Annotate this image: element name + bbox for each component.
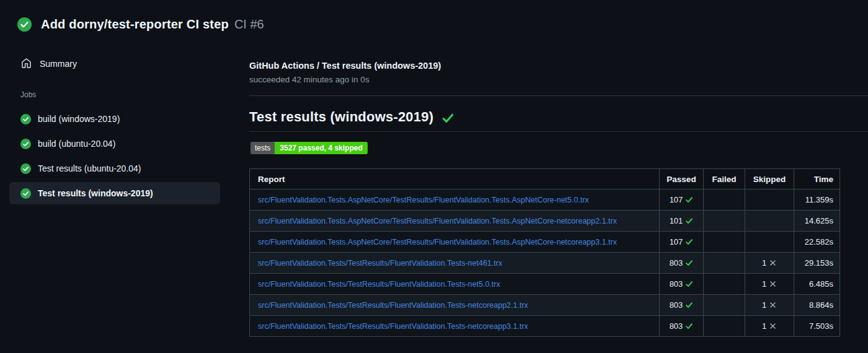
run-number: CI #6	[234, 17, 264, 32]
run-title: Add dorny/test-reporter CI step	[41, 17, 229, 32]
failed-cell	[704, 232, 745, 253]
job-label: Test results (windows-2019)	[38, 188, 153, 198]
job-label: build (ubuntu-20.04)	[38, 139, 115, 149]
column-header-report: Report	[250, 169, 660, 190]
table-row: src/FluentValidation.Tests/TestResults/F…	[250, 253, 840, 274]
table-row: src/FluentValidation.Tests.AspNetCore/Te…	[250, 190, 840, 211]
skipped-cell	[745, 232, 794, 253]
check-circle-icon	[20, 163, 31, 174]
check-icon	[685, 259, 693, 267]
section-heading: Test results (windows-2019)	[249, 109, 454, 125]
run-header: Add dorny/test-reporter CI step CI #6	[17, 17, 264, 32]
passed-cell: 803	[660, 316, 704, 337]
jobs-section-label: Jobs	[20, 90, 36, 99]
report-link[interactable]: src/FluentValidation.Tests.AspNetCore/Te…	[258, 238, 617, 246]
sidebar-job-test-results-windows-2019-[interactable]: Test results (windows-2019)	[9, 182, 220, 204]
summary-label: Summary	[40, 59, 77, 69]
check-icon	[685, 280, 693, 288]
passed-cell: 101	[660, 211, 704, 232]
report-link[interactable]: src/FluentValidation.Tests.AspNetCore/Te…	[258, 196, 589, 204]
report-link[interactable]: src/FluentValidation.Tests/TestResults/F…	[258, 322, 528, 331]
passed-cell: 803	[660, 253, 704, 274]
table-body: src/FluentValidation.Tests.AspNetCore/Te…	[250, 190, 840, 337]
passed-count: 803	[670, 300, 683, 310]
report-link[interactable]: src/FluentValidation.Tests/TestResults/F…	[258, 301, 528, 310]
check-icon	[685, 238, 693, 246]
column-header-passed: Passed	[660, 169, 704, 190]
report-link[interactable]: src/FluentValidation.Tests.AspNetCore/Te…	[258, 217, 617, 225]
column-header-time: Time	[794, 169, 840, 190]
check-icon	[685, 301, 693, 309]
failed-cell	[704, 253, 745, 274]
skipped-cell: 1	[745, 253, 794, 274]
x-icon	[769, 280, 777, 288]
check-icon	[685, 322, 693, 330]
check-icon	[685, 196, 693, 204]
passed-cell: 107	[660, 232, 704, 253]
home-icon	[21, 58, 32, 69]
passed-count: 101	[670, 216, 683, 225]
passed-cell: 107	[660, 190, 704, 211]
skipped-cell: 1	[745, 274, 794, 295]
time-cell: 7.503s	[794, 316, 840, 337]
x-icon	[769, 259, 777, 267]
test-results-table: Report Passed Failed Skipped Time src/Fl…	[249, 168, 840, 337]
section-title: Test results (windows-2019)	[249, 109, 433, 125]
table-row: src/FluentValidation.Tests.AspNetCore/Te…	[250, 211, 840, 232]
check-circle-icon	[20, 114, 31, 124]
skipped-cell: 1	[745, 295, 794, 316]
failed-cell	[704, 316, 745, 337]
success-check-icon	[441, 111, 454, 124]
passed-count: 107	[670, 195, 683, 204]
report-link[interactable]: src/FluentValidation.Tests/TestResults/F…	[258, 259, 502, 268]
badge-label: tests	[250, 142, 275, 154]
workflow-run-page: Add dorny/test-reporter CI step CI #6 Su…	[0, 0, 868, 353]
time-cell: 14.625s	[794, 211, 840, 232]
sidebar-job-build-windows-2019-[interactable]: build (windows-2019)	[9, 108, 220, 130]
skipped-cell	[745, 211, 794, 232]
sidebar-job-test-results-ubuntu-20-04-[interactable]: Test results (ubuntu-20.04)	[9, 157, 220, 180]
column-header-skipped: Skipped	[745, 169, 794, 190]
skipped-count: 1	[762, 258, 766, 268]
time-cell: 22.582s	[794, 232, 840, 253]
skipped-count: 1	[762, 321, 766, 331]
check-circle-icon	[17, 17, 32, 32]
failed-cell	[704, 190, 745, 211]
time-cell: 8.864s	[794, 295, 840, 316]
jobs-list: build (windows-2019) build (ubuntu-20.04…	[9, 108, 220, 207]
sidebar-item-summary[interactable]: Summary	[12, 53, 86, 74]
passed-count: 803	[670, 321, 683, 331]
column-header-failed: Failed	[704, 169, 745, 190]
passed-count: 803	[670, 258, 683, 268]
x-icon	[769, 301, 777, 309]
failed-cell	[704, 295, 745, 316]
check-circle-icon	[20, 188, 31, 199]
x-icon	[769, 322, 777, 330]
passed-count: 107	[670, 237, 683, 246]
check-icon	[685, 217, 693, 225]
time-cell: 29.153s	[794, 253, 840, 274]
run-status-text: succeeded 42 minutes ago in 0s	[249, 75, 370, 84]
header-divider	[249, 95, 868, 96]
tests-badge: tests 3527 passed, 4 skipped	[250, 142, 368, 154]
badge-value: 3527 passed, 4 skipped	[275, 142, 367, 154]
time-cell: 6.485s	[794, 274, 840, 295]
table-row: src/FluentValidation.Tests/TestResults/F…	[250, 295, 840, 316]
check-circle-icon	[20, 139, 31, 149]
table-row: src/FluentValidation.Tests/TestResults/F…	[250, 316, 840, 337]
failed-cell	[704, 211, 745, 232]
report-link[interactable]: src/FluentValidation.Tests/TestResults/F…	[258, 280, 500, 289]
skipped-count: 1	[762, 279, 766, 289]
check-run-breadcrumb: GitHub Actions / Test results (windows-2…	[249, 61, 441, 71]
skipped-cell: 1	[745, 316, 794, 337]
heading-underline	[249, 131, 868, 132]
passed-cell: 803	[660, 274, 704, 295]
passed-count: 803	[670, 279, 683, 289]
passed-cell: 803	[660, 295, 704, 316]
table-row: src/FluentValidation.Tests.AspNetCore/Te…	[250, 232, 840, 253]
job-label: Test results (ubuntu-20.04)	[38, 163, 141, 173]
sidebar-job-build-ubuntu-20-04-[interactable]: build (ubuntu-20.04)	[9, 133, 220, 155]
job-label: build (windows-2019)	[38, 114, 120, 124]
skipped-cell	[745, 190, 794, 211]
time-cell: 11.359s	[794, 190, 840, 211]
